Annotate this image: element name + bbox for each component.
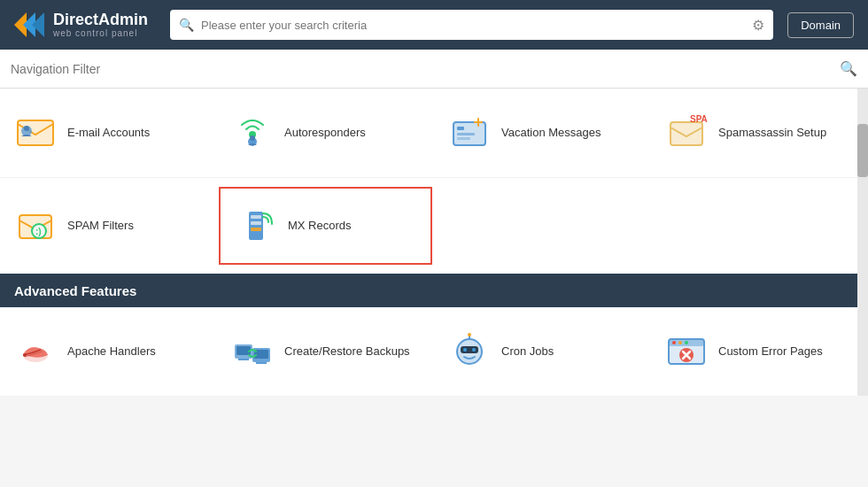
svg-point-44 [672, 341, 676, 344]
logo-area: DirectAdmin web control panel [14, 9, 156, 41]
grid-item-spamassassin[interactable]: SPAM Spamassassin Setup [651, 96, 868, 170]
advanced-features-grid: Apache Handlers Create/Restore Backu [0, 307, 868, 396]
email-items-grid: E-mail Accounts Autoresponders [0, 89, 868, 177]
svg-point-37 [463, 348, 467, 352]
backups-label: Create/Restore Backups [284, 344, 410, 359]
search-bar: 🔍 ⚙ [170, 10, 773, 40]
email-items-grid-2: :) SPAM Filters MX Records [0, 177, 868, 274]
nav-filter-bar: 🔍 [0, 50, 868, 89]
vacation-messages-label: Vacation Messages [501, 126, 601, 141]
custom-error-pages-label: Custom Error Pages [718, 344, 823, 359]
spamassassin-label: Spamassassin Setup [718, 126, 826, 141]
svg-point-46 [685, 341, 688, 344]
search-icon: 🔍 [179, 18, 194, 32]
grid-item-backups[interactable]: Create/Restore Backups [217, 314, 434, 389]
svg-text::): :) [35, 227, 42, 236]
directadmin-logo-icon [14, 9, 46, 41]
spam-filters-icon: :) [14, 205, 57, 247]
svg-text:SPAM: SPAM [690, 114, 708, 124]
mx-records-label: MX Records [288, 219, 352, 234]
svg-rect-12 [457, 127, 464, 130]
spamassassin-icon: SPAM [665, 112, 708, 154]
backups-icon [231, 330, 274, 373]
svg-rect-30 [238, 359, 249, 360]
autoresponders-icon [231, 112, 274, 154]
svg-rect-33 [256, 362, 267, 364]
vacation-messages-icon [448, 112, 491, 154]
nav-filter-search-icon: 🔍 [840, 60, 857, 77]
email-accounts-icon [14, 112, 57, 154]
scrollbar-thumb[interactable] [857, 124, 868, 177]
svg-point-45 [678, 341, 682, 344]
mx-records-icon [235, 205, 277, 247]
spam-filters-label: SPAM Filters [67, 219, 134, 234]
empty-cell-1 [434, 185, 651, 267]
svg-point-9 [250, 135, 255, 141]
header: DirectAdmin web control panel 🔍 ⚙ Domain [0, 0, 868, 50]
svg-rect-14 [457, 137, 470, 140]
logo-title: DirectAdmin [53, 12, 148, 29]
grid-item-email-accounts[interactable]: E-mail Accounts [0, 96, 217, 170]
custom-error-pages-icon [665, 330, 708, 373]
svg-rect-13 [457, 133, 475, 135]
cron-jobs-label: Cron Jobs [501, 344, 554, 359]
logo-subtitle: web control panel [53, 28, 148, 38]
domain-button[interactable]: Domain [787, 12, 854, 38]
advanced-features-header: Advanced Features [0, 274, 868, 307]
apache-handlers-icon [14, 330, 57, 373]
svg-point-27 [23, 353, 27, 357]
svg-rect-15 [670, 122, 702, 145]
svg-point-6 [24, 126, 29, 131]
svg-point-38 [472, 348, 476, 352]
grid-item-mx-records[interactable]: MX Records [219, 187, 432, 265]
search-input[interactable] [201, 19, 745, 32]
grid-item-cron-jobs[interactable]: Cron Jobs [434, 314, 651, 389]
grid-item-vacation-messages[interactable]: Vacation Messages [434, 96, 651, 170]
svg-rect-25 [251, 228, 261, 231]
svg-rect-23 [251, 215, 261, 219]
content-area: E-mail Accounts Autoresponders [0, 89, 868, 396]
grid-item-spam-filters[interactable]: :) SPAM Filters [0, 185, 217, 267]
nav-filter-input[interactable] [11, 62, 840, 76]
grid-item-autoresponders[interactable]: Autoresponders [217, 96, 434, 170]
gear-icon[interactable]: ⚙ [752, 17, 764, 34]
svg-point-40 [468, 333, 471, 336]
email-accounts-label: E-mail Accounts [67, 126, 150, 141]
grid-item-apache-handlers[interactable]: Apache Handlers [0, 314, 217, 389]
apache-handlers-label: Apache Handlers [67, 344, 156, 359]
empty-cell-2 [651, 185, 868, 267]
svg-rect-24 [251, 221, 261, 225]
scrollbar-track[interactable] [857, 89, 868, 396]
cron-jobs-icon [448, 330, 491, 373]
autoresponders-label: Autoresponders [284, 126, 366, 141]
advanced-features-title: Advanced Features [14, 283, 136, 298]
grid-item-custom-error-pages[interactable]: Custom Error Pages [651, 314, 868, 389]
logo-text: DirectAdmin web control panel [53, 12, 148, 39]
